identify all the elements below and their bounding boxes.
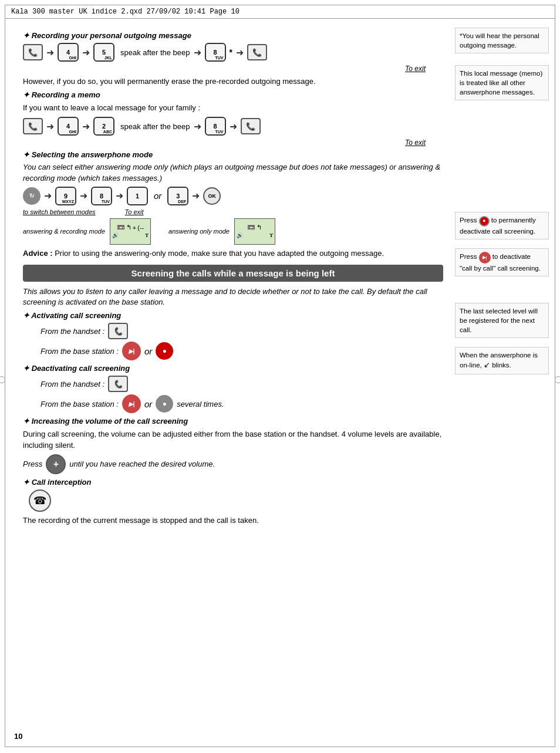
call-interception-title: Call interception <box>23 478 443 487</box>
note-3-prefix: Press <box>460 217 479 224</box>
or-text-act: or <box>144 346 152 356</box>
increasing-text1: During call screening, the volume can be… <box>23 429 443 450</box>
arrow-9: ➜ <box>44 190 52 201</box>
btn-5: 5JKL <box>93 43 114 62</box>
arrow-10: ➜ <box>80 190 87 201</box>
note-6-suffix: blinks. <box>492 362 511 369</box>
lcd-display-2: 📼 ↰ 🔊 𝚼 <box>234 218 275 245</box>
volume-btn: + <box>46 454 66 474</box>
record-icon: (-- <box>137 224 144 231</box>
advice-text: Advice : Prior to using the answering-on… <box>23 248 443 259</box>
arrow-12: ➜ <box>192 190 200 201</box>
lcd-icons-row-1: 📼 ↰ + (-- <box>117 224 144 231</box>
note-6-icon: ↙ <box>484 360 490 369</box>
note-4-icon: ▶| <box>479 252 491 264</box>
cassette-icon-1: 📼 <box>117 224 125 231</box>
btn-4: 4GHI <box>58 43 79 62</box>
left-registration-mark <box>0 376 5 383</box>
header-text: Kala 300 master UK indice 2.qxd 27/09/02… <box>11 8 239 16</box>
selecting-mode-section: Selecting the answerphone mode You can s… <box>23 150 443 244</box>
speaker-icon-1: 🔊 <box>112 232 119 239</box>
recording-memo-title: Recording a memo <box>23 90 443 99</box>
activating-from-handset: From the handset : <box>41 327 104 336</box>
base-station-btn-act-1: ▶| <box>122 342 141 360</box>
screening-intro: This allows you to listen to any caller … <box>23 286 443 308</box>
note-6: When the answerphone is on-line, ↙ blink… <box>455 347 549 374</box>
advice-label: Advice : <box>23 249 53 258</box>
note-4-prefix: Press <box>460 253 479 260</box>
modes-display: answering & recording mode 📼 ↰ + (-- 🔊 𝚼 <box>23 218 443 245</box>
arrow-2: ➜ <box>82 47 90 58</box>
increasing-section: Increasing the volume of the call screen… <box>23 417 443 474</box>
arrow-5: ➜ <box>46 121 54 132</box>
activating-base-row: From the base station : ▶| or ● <box>41 342 443 360</box>
deactivating-title: Deactivating call screening <box>23 364 443 373</box>
deactivating-from-base: From the base station : <box>41 400 119 408</box>
right-column: *You will hear the personal outgoing mes… <box>452 19 555 538</box>
plus-icon: + <box>133 224 136 231</box>
activating-from-base: From the base station : <box>41 347 119 356</box>
deactivating-handset-row: From the handset : 📞 <box>41 376 443 392</box>
recording-memo-intro: If you want to leave a local message for… <box>23 103 443 113</box>
handset-btn-1: 📞 <box>23 44 43 60</box>
page-number: 10 <box>14 732 22 741</box>
btn-8b: 8TUV <box>205 117 226 136</box>
handset-btn-4: 📞 <box>241 118 261 134</box>
to-switch-label: to switch between modes <box>23 208 96 215</box>
answering-only-mode: answering only mode 📼 ↰ 🔊 𝚼 <box>168 218 275 245</box>
btn-3: 3DEF <box>167 187 188 205</box>
note-2: This local message (memo) is treated lik… <box>455 65 549 100</box>
main-content: Recording your personal outgoing message… <box>5 19 555 538</box>
page-border: Kala 300 master UK indice 2.qxd 27/09/02… <box>5 5 555 747</box>
arrow-4: ➜ <box>236 47 244 58</box>
btn-1: 1 <box>127 187 148 205</box>
page-header: Kala 300 master UK indice 2.qxd 27/09/02… <box>5 5 555 19</box>
arrow-3: ➜ <box>194 47 201 58</box>
deactivating-section: Deactivating call screening From the han… <box>23 364 443 413</box>
to-exit-3: To exit <box>125 208 144 215</box>
phone-symbol-row: ☎ <box>29 489 443 512</box>
ok-btn: OK <box>203 187 221 205</box>
activating-section: Activating call screening From the hands… <box>23 311 443 360</box>
antenna-icon-2: 𝚼 <box>269 232 273 239</box>
arrow-6: ➜ <box>82 121 90 132</box>
handset-icon-deact: 📞 <box>108 376 128 392</box>
increasing-until-text: until you have reached the desired volum… <box>69 460 215 468</box>
note-5-text: The last selected level will be register… <box>460 308 538 333</box>
recording-outgoing-title: Recording your personal outgoing message <box>23 31 443 40</box>
right-registration-mark <box>555 376 560 383</box>
to-exit-2: To exit <box>23 139 426 147</box>
selecting-mode-desc: You can select either answering mode onl… <box>23 162 443 183</box>
note-1: *You will hear the personal outgoing mes… <box>455 28 549 53</box>
lcd-bottom-2: 🔊 𝚼 <box>235 232 275 239</box>
activating-handset-row: From the handset : 📞 <box>41 323 443 339</box>
warning-text: However, if you do so, you will permanen… <box>23 76 443 87</box>
cassette-icon-2: 📼 <box>247 224 255 231</box>
advice-content: Prior to using the answering-only mode, … <box>55 249 384 258</box>
increasing-press-text: Press <box>23 460 42 468</box>
btn-2: 2ABC <box>93 117 114 136</box>
phone-icon-interception: ☎ <box>29 489 51 512</box>
handset-btn-2: 📞 <box>247 44 267 60</box>
recording-memo-section: Recording a memo If you want to leave a … <box>23 90 443 147</box>
selecting-mode-title: Selecting the answerphone mode <box>23 150 443 159</box>
note-1-text: *You will hear the personal outgoing mes… <box>460 32 539 49</box>
lcd-bottom-1: 🔊 𝚼 <box>110 232 150 239</box>
deactivating-from-handset: From the handset : <box>41 380 104 389</box>
antenna-icon-1: 𝚼 <box>145 232 149 239</box>
call-interception-text: The recording of the current message is … <box>23 515 443 526</box>
increasing-title: Increasing the volume of the call screen… <box>23 417 443 426</box>
deactivating-base-row: From the base station : ▶| or ● several … <box>41 394 443 413</box>
activating-title: Activating call screening <box>23 311 443 320</box>
handset-btn-3: 📞 <box>23 118 43 134</box>
btn-8: 8TUV <box>205 43 226 62</box>
arrow-11: ➜ <box>116 190 123 201</box>
speaker-icon-2: 🔊 <box>237 232 243 239</box>
note-4: Press ▶| to deactivate "call by call" ca… <box>455 248 549 276</box>
btn-8c: 8TUV <box>91 187 112 205</box>
red-btn-act: ● <box>156 342 173 360</box>
answering-recording-mode: answering & recording mode 📼 ↰ + (-- 🔊 𝚼 <box>23 218 151 245</box>
btn-4b: 4GHI <box>58 117 79 136</box>
phone-icon-2: ↰ <box>257 224 262 231</box>
call-interception-section: Call interception ☎ The recording of the… <box>23 478 443 526</box>
